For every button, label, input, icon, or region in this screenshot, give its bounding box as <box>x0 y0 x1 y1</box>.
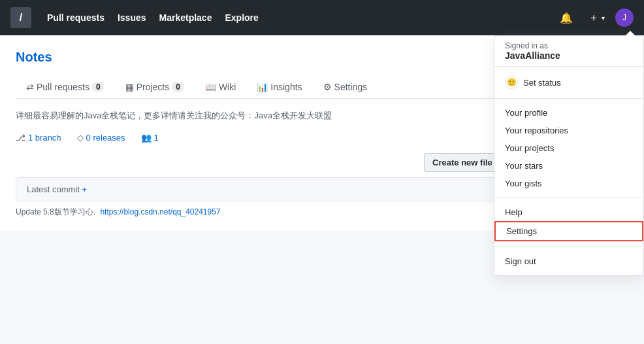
tab-pull-requests[interactable]: ⇄ Pull requests 0 <box>16 77 115 99</box>
tab-settings-label: Settings <box>334 82 368 92</box>
logo-text: / <box>20 12 22 24</box>
contributors-label: 1 <box>154 133 159 143</box>
repo-title[interactable]: Notes <box>16 50 52 65</box>
people-icon: 👥 <box>141 133 152 143</box>
insights-icon: 📊 <box>257 82 268 92</box>
dropdown-nav-section: Your profile Your repositories Your proj… <box>494 99 643 198</box>
tab-wiki[interactable]: 📖 Wiki <box>195 77 246 99</box>
signed-in-label: Signed in as <box>505 41 633 50</box>
dropdown-your-profile[interactable]: Your profile <box>494 104 643 122</box>
pull-requests-badge: 0 <box>92 82 105 92</box>
footer-link[interactable]: https://blog.csdn.net/qq_40241957 <box>100 207 220 216</box>
settings-gear-icon: ⚙ <box>323 82 332 92</box>
nav-explore[interactable]: Explore <box>219 9 263 27</box>
set-status-label: Set status <box>523 78 561 88</box>
tab-wiki-label: Wiki <box>219 82 236 92</box>
dropdown-your-gists[interactable]: Your gists <box>494 175 643 192</box>
footer-text: Update 5.8版节学习心. <box>16 207 95 216</box>
nav-pull-requests[interactable]: Pull requests <box>42 9 110 27</box>
chevron-down-icon: ▾ <box>602 14 605 22</box>
pull-request-icon: ⇄ <box>26 82 34 92</box>
branch-icon: ⎇ <box>16 133 25 143</box>
dropdown-bottom: Help Settings <box>494 198 643 247</box>
projects-badge: 0 <box>172 82 184 92</box>
releases-stat[interactable]: ◇ 0 releases <box>77 133 125 143</box>
new-item-button[interactable]: ＋ ▾ <box>583 9 610 27</box>
branches-label: 1 branch <box>28 133 61 143</box>
nav-logo[interactable]: / <box>10 7 31 28</box>
top-nav: / Pull requests Issues Marketplace Explo… <box>0 0 644 35</box>
dropdown-arrow <box>625 31 636 36</box>
tab-pull-requests-label: Pull requests <box>37 82 89 92</box>
nav-actions: 🔔 ＋ ▾ J <box>555 9 634 27</box>
dropdown-sign-out[interactable]: Sign out <box>494 252 643 270</box>
dropdown-header: Signed in as JavaAlliance <box>494 36 643 67</box>
plus-icon: ＋ <box>588 11 599 25</box>
signout-section: Sign out <box>494 247 643 275</box>
signed-in-username: JavaAlliance <box>505 50 633 61</box>
avatar[interactable]: J <box>615 9 634 27</box>
create-new-file-button[interactable]: Create new file <box>424 153 501 172</box>
tab-projects[interactable]: ▦ Projects 0 <box>115 77 195 99</box>
bell-icon: 🔔 <box>560 12 573 24</box>
dropdown-menu: Signed in as JavaAlliance 🙂 Set status Y… <box>494 35 644 276</box>
tab-insights[interactable]: 📊 Insights <box>246 77 312 99</box>
dropdown-status-section: 🙂 Set status <box>494 67 643 99</box>
contributors-stat[interactable]: 👥 1 <box>141 133 159 143</box>
dropdown-your-stars[interactable]: Your stars <box>494 157 643 175</box>
status-emoji-icon: 🙂 <box>505 76 518 89</box>
nav-issues[interactable]: Issues <box>112 9 152 27</box>
commit-hash-link[interactable]: + <box>82 184 88 194</box>
set-status-button[interactable]: 🙂 Set status <box>494 72 643 93</box>
tag-icon: ◇ <box>77 133 84 143</box>
wiki-icon: 📖 <box>205 82 216 92</box>
dropdown-settings[interactable]: Settings <box>494 221 643 241</box>
dropdown-your-projects[interactable]: Your projects <box>494 139 643 157</box>
projects-icon: ▦ <box>125 82 134 92</box>
tab-settings[interactable]: ⚙ Settings <box>313 77 378 99</box>
releases-label: 0 releases <box>86 133 125 143</box>
notification-bell-button[interactable]: 🔔 <box>555 9 578 27</box>
tab-insights-label: Insights <box>270 82 302 92</box>
nav-links: Pull requests Issues Marketplace Explore <box>42 9 264 27</box>
dropdown-your-repositories[interactable]: Your repositories <box>494 122 643 139</box>
branches-stat[interactable]: ⎇ 1 branch <box>16 133 61 143</box>
dropdown-help[interactable]: Help <box>494 203 643 221</box>
latest-commit-text: Latest commit <box>27 184 80 194</box>
tab-projects-label: Projects <box>137 82 170 92</box>
latest-commit-label: Latest commit + <box>27 184 87 194</box>
nav-marketplace[interactable]: Marketplace <box>154 9 217 27</box>
